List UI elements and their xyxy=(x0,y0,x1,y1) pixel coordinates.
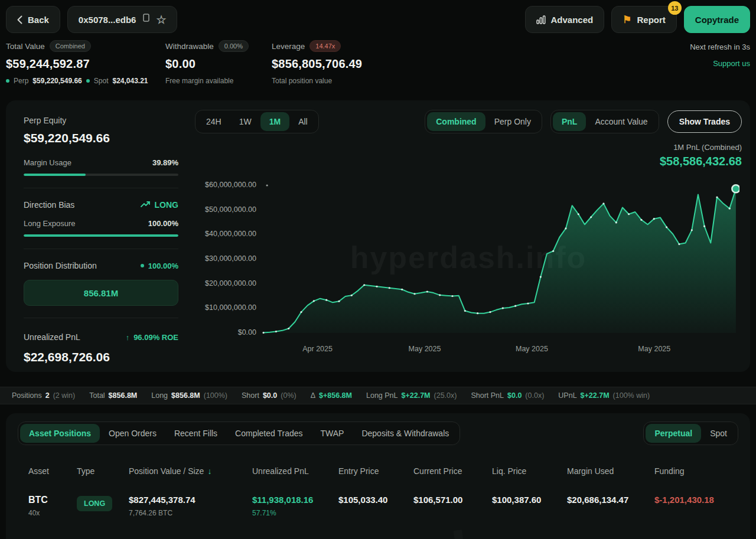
wallet-address: 0x5078...edb6 xyxy=(79,15,136,25)
col-position-value[interactable]: Position Value / Size ↓ xyxy=(129,466,252,476)
y-axis-tick: $0.00 xyxy=(238,328,256,337)
tab-completed-trades[interactable]: Completed Trades xyxy=(226,424,311,443)
tab-asset-positions[interactable]: Asset Positions xyxy=(20,424,100,443)
show-trades-button[interactable]: Show Trades xyxy=(667,110,742,133)
position-value-cell: $827,445,378.74 7,764.26 BTC xyxy=(129,495,252,517)
tab-spot[interactable]: Spot xyxy=(701,424,736,443)
sort-desc-icon: ↓ xyxy=(207,466,211,476)
tab-perpetual[interactable]: Perpetual xyxy=(646,424,701,443)
leverage-badge: 14.47x xyxy=(309,40,341,52)
long-badge: LONG xyxy=(77,496,112,511)
col-entry-price[interactable]: Entry Price xyxy=(338,466,413,476)
col-liq-price[interactable]: Liq. Price xyxy=(492,466,567,476)
top-bar-right: Advanced ⚑ Report 13 Copytrade xyxy=(525,6,750,33)
leverage-amount: $856,805,706.49 xyxy=(272,57,362,71)
col-current-price[interactable]: Current Price xyxy=(413,466,492,476)
tab-range-1m[interactable]: 1M xyxy=(260,112,289,131)
refresh-countdown: Next refresh in 3s xyxy=(690,43,750,51)
divider xyxy=(24,249,178,249)
unrealized-pnl-cell: $11,938,018.16 57.71% xyxy=(252,495,338,517)
withdrawable-amount: $0.00 xyxy=(165,57,272,71)
top-bar-left: Back 0x5078...edb6 ☆ xyxy=(6,6,177,33)
star-icon[interactable]: ☆ xyxy=(156,13,166,27)
tab-twap[interactable]: TWAP xyxy=(312,424,353,443)
pnl-summary: 1M PnL (Combined) $58,586,432.68 xyxy=(195,143,742,168)
tab-range-all[interactable]: All xyxy=(289,112,317,131)
summary-total: Total $856.8M xyxy=(89,391,137,400)
copytrade-button[interactable]: Copytrade xyxy=(684,6,750,33)
direction-bias-value: LONG xyxy=(155,200,178,210)
table-tabs-row: Asset Positions Open Orders Recent Fills… xyxy=(18,422,738,445)
margin-usage-label: Margin Usage xyxy=(24,158,71,167)
roe-value: 96.09% ROE xyxy=(133,333,178,342)
tab-range-1w[interactable]: 1W xyxy=(230,112,260,131)
perp-equity-label: Perp Equity xyxy=(24,116,178,125)
direction-bias-label: Direction Bias xyxy=(24,200,74,210)
copy-icon[interactable] xyxy=(142,14,150,25)
pnl-area-chart xyxy=(261,179,739,340)
y-axis: $60,000,000.00$50,000,000.00$40,000,000.… xyxy=(195,179,256,340)
tab-recent-fills[interactable]: Recent Fills xyxy=(165,424,226,443)
stats-right: Next refresh in 3s Support us xyxy=(690,40,750,85)
arrow-up-icon: ↑ xyxy=(126,333,130,342)
chevron-left-icon xyxy=(17,15,22,24)
long-exposure-label: Long Exposure xyxy=(24,219,75,228)
tab-open-orders[interactable]: Open Orders xyxy=(100,424,165,443)
scope-tabs: Combined Perp Only xyxy=(425,110,542,133)
summary-long-pnl: Long PnL $+22.7M (25.0x) xyxy=(366,391,457,400)
total-value-amount: $59,244,592.87 xyxy=(6,57,159,71)
long-exposure-value: 100.00% xyxy=(148,219,178,228)
tab-metric-pnl[interactable]: PnL xyxy=(553,112,586,131)
total-value-label: Total Value xyxy=(6,42,45,51)
col-unrealized-pnl[interactable]: Unrealized PnL xyxy=(252,466,338,476)
stat-withdrawable: Withdrawable 0.00% $0.00 Free margin ava… xyxy=(165,40,272,85)
table-tabs: Asset Positions Open Orders Recent Fills… xyxy=(18,422,460,445)
bar-chart-icon xyxy=(536,15,546,24)
tab-range-24h[interactable]: 24H xyxy=(197,112,230,131)
wallet-address-pill[interactable]: 0x5078...edb6 ☆ xyxy=(67,6,178,33)
back-button[interactable]: Back xyxy=(6,6,60,33)
withdrawable-label: Withdrawable xyxy=(165,42,214,51)
leverage-label: Leverage xyxy=(272,42,305,51)
position-size: 7,764.26 BTC xyxy=(129,509,252,517)
col-margin-used[interactable]: Margin Used xyxy=(567,466,654,476)
perp-dot-icon xyxy=(6,79,9,83)
summary-delta: Δ $+856.8M xyxy=(311,391,352,400)
col-asset[interactable]: Asset xyxy=(28,466,77,476)
divider xyxy=(24,318,178,318)
divider xyxy=(24,188,178,188)
report-button[interactable]: ⚑ Report 13 xyxy=(611,6,677,33)
tab-scope-combined[interactable]: Combined xyxy=(427,112,485,131)
tab-metric-account-value[interactable]: Account Value xyxy=(586,112,656,131)
positions-summary-bar: Positions 2 (2 win) Total $856.8M Long $… xyxy=(0,387,756,404)
pnl-summary-label: 1M PnL (Combined) xyxy=(195,143,742,152)
withdrawable-sub: Free margin available xyxy=(165,77,233,85)
current-price-cell: $106,571.00 xyxy=(413,495,492,505)
x-axis-tick: May 2025 xyxy=(409,345,441,353)
tab-scope-perp-only[interactable]: Perp Only xyxy=(485,112,540,131)
table-row[interactable]: BTC 40x LONG $827,445,378.74 7,764.26 BT… xyxy=(6,495,750,517)
distribution-segment[interactable]: 856.81M xyxy=(24,280,178,306)
long-exposure-bar-fill xyxy=(24,234,178,237)
margin-usage-value: 39.89% xyxy=(152,158,178,167)
spot-value: $24,043.21 xyxy=(112,77,148,85)
chart-column: 24H 1W 1M All Combined Perp Only PnL Acc… xyxy=(195,110,742,367)
summary-positions: Positions 2 (2 win) xyxy=(12,391,75,400)
col-type[interactable]: Type xyxy=(77,466,129,476)
funding-cell: $-1,201,430.18 xyxy=(654,495,750,505)
col-funding[interactable]: Funding xyxy=(654,466,750,476)
chart-plot-area xyxy=(261,179,739,340)
y-axis-tick: $40,000,000.00 xyxy=(205,230,256,238)
metric-tabs: PnL Account Value xyxy=(550,110,659,133)
distribution-dot-icon xyxy=(141,264,144,267)
liq-price-cell: $100,387.60 xyxy=(492,495,567,505)
advanced-button[interactable]: Advanced xyxy=(525,6,605,33)
summary-short-pnl: Short PnL $0.0 (0.0x) xyxy=(471,391,544,400)
summary-long: Long $856.8M (100%) xyxy=(151,391,227,400)
advanced-label: Advanced xyxy=(551,15,594,25)
support-us-link[interactable]: Support us xyxy=(690,59,750,68)
x-axis-tick: May 2025 xyxy=(638,345,670,353)
tab-deposits-withdrawals[interactable]: Deposits & Withdrawals xyxy=(353,424,458,443)
report-count-badge: 13 xyxy=(668,1,682,15)
summary-upnl: UPnL $+22.7M (100% win) xyxy=(558,391,650,400)
